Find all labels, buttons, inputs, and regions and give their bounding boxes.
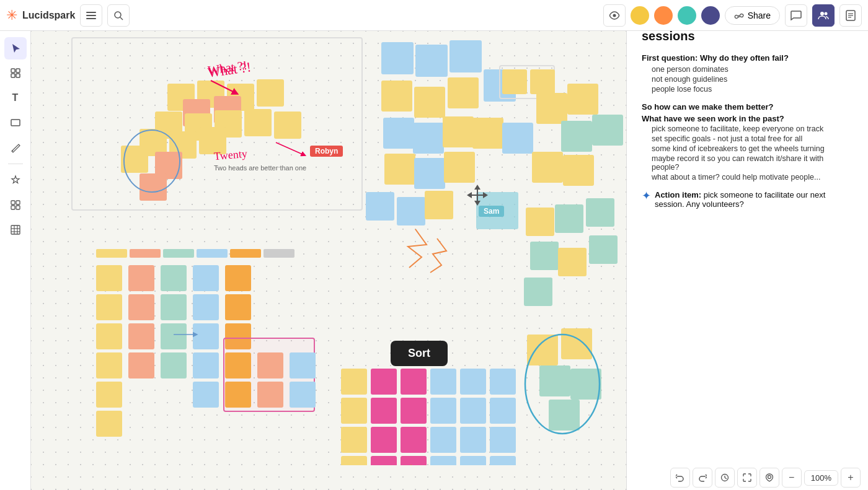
sg-b4[interactable] xyxy=(193,352,219,378)
shapes-tool[interactable] xyxy=(4,62,27,84)
grid-p6[interactable] xyxy=(401,398,427,424)
grid-b2[interactable] xyxy=(430,398,456,424)
sticky-sc2[interactable] xyxy=(414,87,445,118)
notes-button[interactable] xyxy=(839,4,862,27)
sticky-g2[interactable] xyxy=(592,115,623,146)
sticky-b2[interactable] xyxy=(415,45,448,77)
sticky-b7[interactable] xyxy=(502,123,533,154)
sticky-sc6[interactable] xyxy=(443,116,474,147)
sticky-sc3[interactable] xyxy=(448,77,479,108)
sg-y1[interactable] xyxy=(96,265,122,291)
sg-s4[interactable] xyxy=(128,352,154,378)
sticky-m3[interactable] xyxy=(425,191,453,219)
sg-g1[interactable] xyxy=(161,265,187,291)
rectangle-tool[interactable] xyxy=(4,112,27,134)
sticky-y8[interactable] xyxy=(244,109,272,136)
sg-s6[interactable] xyxy=(257,382,283,408)
grid-p5[interactable] xyxy=(401,369,427,395)
sg-o2[interactable] xyxy=(225,294,251,320)
sticky-ov2[interactable] xyxy=(561,328,592,359)
sticky-sc9[interactable] xyxy=(444,152,475,183)
sticky-sc10[interactable] xyxy=(532,152,563,183)
zoom-out-button[interactable]: − xyxy=(782,468,802,488)
undo-button[interactable] xyxy=(670,468,690,488)
sticky-sc7[interactable] xyxy=(472,118,503,149)
location-button[interactable] xyxy=(760,468,779,488)
sticky-b5[interactable] xyxy=(383,118,414,149)
grid-y4[interactable] xyxy=(341,456,367,465)
sg-s2[interactable] xyxy=(128,294,154,320)
sticky-b6[interactable] xyxy=(413,123,444,154)
sticky-m4[interactable] xyxy=(526,208,554,236)
sticky-b1[interactable] xyxy=(381,42,414,74)
sticky-b8[interactable] xyxy=(414,158,445,189)
users-button[interactable] xyxy=(812,4,835,27)
sticky-fr2[interactable] xyxy=(530,69,555,94)
table-tool[interactable] xyxy=(4,219,27,241)
sticky-fr1[interactable] xyxy=(502,69,527,94)
sg-b5[interactable] xyxy=(193,382,219,408)
grid-y3[interactable] xyxy=(341,427,367,453)
grid-b11[interactable] xyxy=(490,427,516,453)
sticky-m6[interactable] xyxy=(586,198,614,227)
grid-p4[interactable] xyxy=(371,456,397,465)
sticky-m8[interactable] xyxy=(558,248,587,276)
sg-s3[interactable] xyxy=(128,323,154,349)
grid-tool[interactable] xyxy=(4,194,27,216)
grid-b6[interactable] xyxy=(460,398,486,424)
text-tool[interactable]: T xyxy=(4,87,27,109)
grid-b3[interactable] xyxy=(430,427,456,453)
sort-button[interactable]: Sort xyxy=(391,341,448,366)
sg-y3[interactable] xyxy=(96,323,122,349)
sticky-m1[interactable] xyxy=(366,192,394,221)
history-button[interactable] xyxy=(715,468,735,488)
sticky-b3[interactable] xyxy=(450,40,482,72)
sg-b7[interactable] xyxy=(290,382,316,408)
sticky-y4[interactable] xyxy=(257,79,284,107)
sticky-ov1[interactable] xyxy=(527,335,558,365)
share-button[interactable]: Share xyxy=(725,6,780,25)
sg-b1[interactable] xyxy=(193,265,219,291)
grid-p1[interactable] xyxy=(371,369,397,395)
sticky-ov5[interactable] xyxy=(549,400,580,431)
grid-b10[interactable] xyxy=(490,398,516,424)
sg-y5[interactable] xyxy=(96,382,122,408)
sg-s1[interactable] xyxy=(128,265,154,291)
grid-y2[interactable] xyxy=(341,398,367,424)
sg-o1[interactable] xyxy=(225,265,251,291)
sticky-sc1[interactable] xyxy=(381,81,412,112)
sticky-ov4[interactable] xyxy=(570,369,601,400)
sticky-ov3[interactable] xyxy=(539,365,570,396)
grid-b12[interactable] xyxy=(490,456,516,465)
grid-p3[interactable] xyxy=(371,427,397,453)
grid-b5[interactable] xyxy=(460,369,486,395)
sticky-m2[interactable] xyxy=(397,197,425,225)
sticky-m5[interactable] xyxy=(555,204,583,233)
grid-y1[interactable] xyxy=(341,369,367,395)
zoom-in-button[interactable]: + xyxy=(841,468,861,488)
sg-g2[interactable] xyxy=(161,294,187,320)
sg-y2[interactable] xyxy=(96,294,122,320)
redo-button[interactable] xyxy=(693,468,712,488)
search-button[interactable] xyxy=(107,4,130,27)
sg-y4[interactable] xyxy=(96,352,122,378)
grid-b7[interactable] xyxy=(460,427,486,453)
sg-y6[interactable] xyxy=(96,411,122,437)
sg-b2[interactable] xyxy=(193,294,219,320)
sticky-sc5[interactable] xyxy=(567,84,598,115)
sticky-sc8[interactable] xyxy=(384,154,415,185)
sg-g3[interactable] xyxy=(161,323,187,349)
grid-b1[interactable] xyxy=(430,369,456,395)
view-button[interactable] xyxy=(603,4,626,27)
grid-b4[interactable] xyxy=(430,456,456,465)
sticky-m10[interactable] xyxy=(524,278,552,306)
select-tool[interactable] xyxy=(4,37,27,59)
sg-b6[interactable] xyxy=(290,352,316,378)
sg-s5[interactable] xyxy=(257,352,283,378)
fullscreen-button[interactable] xyxy=(737,468,757,488)
sg-o5[interactable] xyxy=(225,382,251,408)
grid-p2[interactable] xyxy=(371,398,397,424)
sticky-y9[interactable] xyxy=(274,112,301,139)
chat-button[interactable] xyxy=(785,4,807,27)
sg-g4[interactable] xyxy=(161,352,187,378)
